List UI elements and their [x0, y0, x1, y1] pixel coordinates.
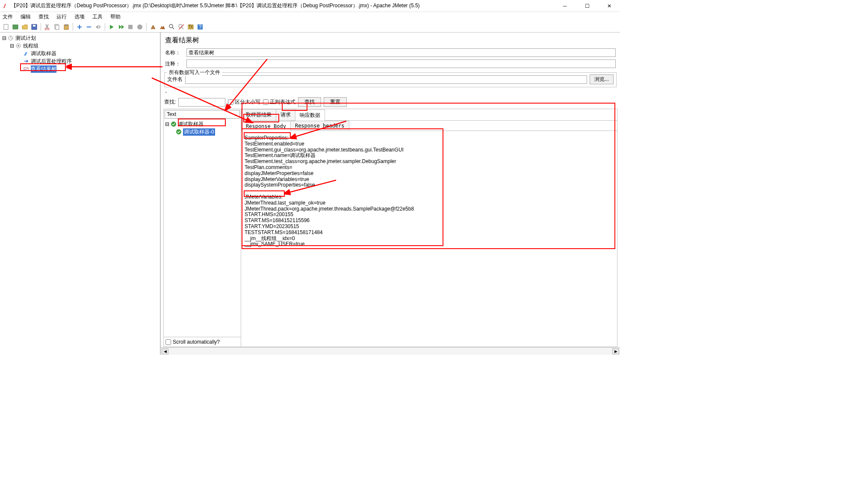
- response-body-text[interactable]: SamplerProperties: TestElement.enabled=t…: [241, 131, 617, 347]
- comment-label: 注释：: [165, 60, 184, 68]
- comment-input[interactable]: [186, 59, 616, 68]
- test-plan-tree[interactable]: ⊟ 测试计划 ⊟ 线程组 调试取样器: [0, 33, 161, 355]
- maximize-button[interactable]: ☐: [581, 1, 593, 11]
- search-input[interactable]: [178, 98, 225, 107]
- start-icon[interactable]: [107, 23, 116, 31]
- svg-rect-7: [56, 25, 59, 30]
- close-button[interactable]: ✕: [603, 1, 616, 11]
- new-icon[interactable]: [2, 23, 10, 31]
- collapse-icon[interactable]: ⊟: [9, 43, 15, 48]
- shutdown-icon[interactable]: [136, 23, 144, 31]
- postprocessor-icon: [23, 58, 29, 64]
- sampler-icon: [23, 50, 29, 56]
- tree-node-viewresultstree[interactable]: 查看结果树: [17, 65, 158, 73]
- function-helper-icon[interactable]: fx: [186, 23, 195, 31]
- success-icon: [171, 121, 177, 127]
- menu-options[interactable]: 选项: [74, 13, 85, 21]
- listener-icon: [23, 66, 29, 72]
- filename-label: 文件名: [167, 76, 183, 83]
- tab-sampler-result[interactable]: 取样器结果: [241, 109, 276, 120]
- tree-node-testplan[interactable]: ⊟ 测试计划: [2, 34, 158, 42]
- file-output-group: 所有数据写入一个文件 文件名 浏览...: [164, 72, 617, 87]
- app-icon: [3, 3, 9, 9]
- svg-point-22: [18, 45, 19, 47]
- svg-point-14: [169, 24, 173, 28]
- expand-icon[interactable]: [75, 23, 84, 31]
- menu-file[interactable]: 文件: [3, 13, 13, 21]
- menu-edit[interactable]: 编辑: [21, 13, 31, 21]
- collapse-icon[interactable]: ⊟: [165, 122, 170, 127]
- horizontal-scrollbar[interactable]: ◀ ▶: [161, 347, 620, 355]
- response-tabs-level2: Response Body Response headers: [241, 121, 617, 131]
- copy-icon[interactable]: [53, 23, 61, 31]
- svg-point-10: [96, 26, 98, 28]
- tab-response-data[interactable]: 响应数据: [295, 110, 325, 121]
- chevron-down-icon: ⌄: [233, 111, 238, 117]
- browse-button[interactable]: 浏览...: [590, 74, 614, 84]
- case-sensitive-checkbox[interactable]: 区分大小写: [228, 98, 260, 106]
- result-node-child[interactable]: 调试取样器-0: [176, 128, 240, 136]
- tree-node-sampler[interactable]: 调试取样器: [17, 50, 158, 57]
- threadgroup-icon: [15, 43, 21, 49]
- window-title: 【P20】调试后置处理程序（Debug PostProcessor）.jmx (…: [11, 2, 558, 9]
- tree-node-postprocessor[interactable]: 调试后置处理程序: [17, 57, 158, 65]
- svg-point-13: [137, 24, 142, 30]
- regex-checkbox[interactable]: 正则表达式: [263, 98, 295, 106]
- start-no-timers-icon[interactable]: [117, 23, 125, 31]
- svg-rect-3: [33, 25, 35, 27]
- testplan-icon: [8, 35, 14, 41]
- paste-icon[interactable]: [62, 23, 71, 31]
- menubar: 文件 编辑 查找 运行 选项 工具 帮助: [0, 12, 620, 21]
- clear-all-icon[interactable]: [158, 23, 167, 31]
- expand-chevron-icon[interactable]: ⌄: [164, 89, 617, 94]
- success-icon: [176, 129, 182, 135]
- templates-icon[interactable]: [11, 23, 20, 31]
- menu-run[interactable]: 运行: [56, 13, 67, 21]
- search-icon[interactable]: [168, 23, 176, 31]
- save-icon[interactable]: [30, 23, 38, 31]
- minimize-button[interactable]: ─: [558, 1, 571, 11]
- clear-icon[interactable]: [149, 23, 157, 31]
- name-label: 名称：: [165, 49, 184, 56]
- open-icon[interactable]: [21, 23, 29, 31]
- svg-text:fx: fx: [189, 24, 193, 30]
- search-label: 查找:: [164, 98, 176, 106]
- svg-point-11: [99, 26, 100, 28]
- titlebar: 【P20】调试后置处理程序（Debug PostProcessor）.jmx (…: [0, 0, 620, 12]
- svg-rect-9: [65, 24, 68, 26]
- collapse-icon[interactable]: ⊟: [2, 36, 7, 41]
- menu-tools[interactable]: 工具: [92, 13, 103, 21]
- tab-request[interactable]: 请求: [276, 109, 295, 120]
- svg-text:?: ?: [199, 24, 202, 30]
- renderer-combo[interactable]: Text ⌄: [165, 110, 240, 119]
- svg-point-15: [179, 24, 182, 28]
- tab-response-body[interactable]: Response Body: [241, 121, 291, 131]
- svg-rect-1: [13, 25, 18, 29]
- help-icon[interactable]: ?: [196, 23, 204, 31]
- stop-icon[interactable]: [126, 23, 135, 31]
- tab-response-headers[interactable]: Response headers: [290, 121, 349, 131]
- toolbar: fx ?: [0, 21, 620, 33]
- filename-input[interactable]: [185, 75, 587, 84]
- toggle-icon[interactable]: [94, 23, 103, 31]
- search-button[interactable]: 查找: [298, 97, 321, 107]
- svg-rect-0: [4, 24, 8, 30]
- svg-rect-12: [128, 25, 133, 29]
- menu-search[interactable]: 查找: [38, 13, 49, 21]
- result-node-parent[interactable]: ⊟ 调试取样器: [165, 120, 240, 128]
- scroll-left-icon[interactable]: ◀: [162, 348, 168, 354]
- cut-icon[interactable]: [43, 23, 52, 31]
- reset-search-icon[interactable]: [177, 23, 186, 31]
- scroll-auto-checkbox[interactable]: Scroll automatically?: [164, 337, 241, 347]
- name-input[interactable]: [186, 48, 616, 57]
- tree-node-threadgroup[interactable]: ⊟ 线程组: [9, 42, 158, 50]
- results-tree[interactable]: ⊟ 调试取样器 调试取样器-0: [164, 119, 241, 337]
- panel-heading: 查看结果树: [165, 36, 616, 45]
- scroll-right-icon[interactable]: ▶: [612, 348, 619, 354]
- reset-button[interactable]: 重置: [324, 97, 347, 107]
- menu-help[interactable]: 帮助: [110, 13, 121, 21]
- response-tabs-level1: 取样器结果 请求 响应数据: [241, 109, 617, 121]
- collapse-icon[interactable]: [85, 23, 93, 31]
